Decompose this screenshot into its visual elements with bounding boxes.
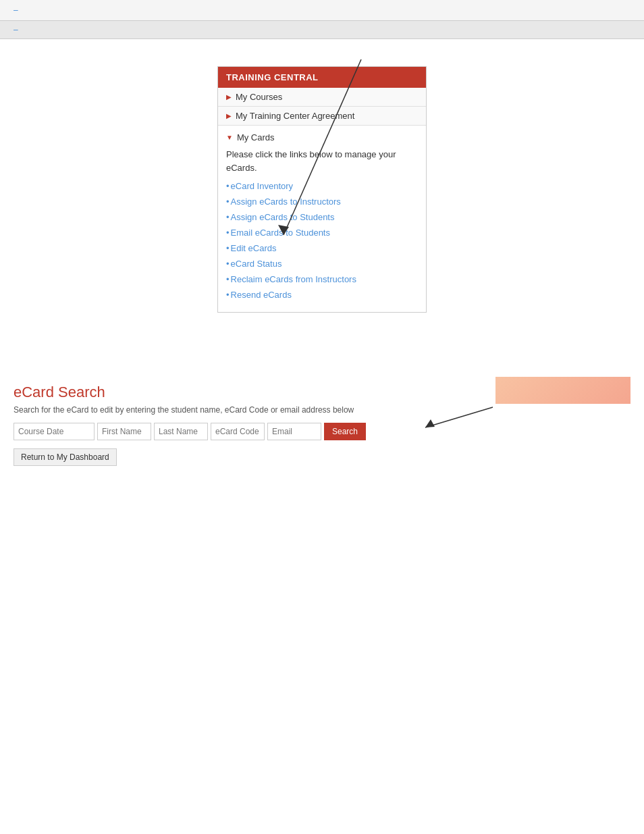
- my-cards-header[interactable]: ▼ My Cards: [226, 132, 418, 142]
- assign-ecards-students-link[interactable]: Assign eCards to Students: [226, 212, 418, 222]
- course-date-input[interactable]: [14, 423, 95, 440]
- my-training-center-agreement-link[interactable]: My Training Center Agreement: [236, 111, 354, 121]
- my-training-center-agreement-item[interactable]: ▶ My Training Center Agreement: [218, 107, 426, 126]
- header-strip: –: [0, 21, 644, 39]
- my-cards-description: Please click the links below to manage y…: [226, 148, 418, 174]
- return-dashboard-button[interactable]: Return to My Dashboard: [14, 448, 117, 466]
- resend-ecards-link[interactable]: Resend eCards: [226, 290, 418, 300]
- search-bar: Search: [14, 423, 630, 440]
- top-bar-link[interactable]: –: [14, 5, 18, 15]
- last-name-input[interactable]: [154, 423, 208, 440]
- ecard-code-input[interactable]: [211, 423, 265, 440]
- assign-ecards-instructors-link[interactable]: Assign eCards to Instructors: [226, 197, 418, 207]
- my-cards-arrow-icon: ▼: [226, 134, 233, 141]
- ecard-search-section: eCard Search Search for the eCard to edi…: [0, 384, 644, 466]
- my-courses-arrow-icon: ▶: [226, 93, 232, 101]
- main-content: TRAINING CENTRAL ▶ My Courses ▶ My Train…: [0, 39, 644, 363]
- email-ecards-students-link[interactable]: Email eCards to Students: [226, 228, 418, 238]
- training-center-arrow-icon: ▶: [226, 112, 232, 120]
- email-input[interactable]: [267, 423, 321, 440]
- my-courses-item[interactable]: ▶ My Courses: [218, 88, 426, 107]
- reclaim-ecards-link[interactable]: Reclaim eCards from Instructors: [226, 274, 418, 284]
- edit-ecards-link[interactable]: Edit eCards: [226, 243, 418, 253]
- widget-header: TRAINING CENTRAL: [218, 67, 426, 88]
- top-bar: –: [0, 0, 644, 21]
- my-cards-label: My Cards: [237, 132, 275, 142]
- my-cards-section: ▼ My Cards Please click the links below …: [218, 126, 426, 312]
- training-central-widget: TRAINING CENTRAL ▶ My Courses ▶ My Train…: [217, 66, 427, 313]
- header-strip-link[interactable]: –: [14, 25, 18, 34]
- ecard-inventory-link[interactable]: eCard Inventory: [226, 181, 418, 191]
- first-name-input[interactable]: [97, 423, 151, 440]
- ecard-search-description: Search for the eCard to edit by entering…: [14, 405, 630, 415]
- ecard-status-link[interactable]: eCard Status: [226, 259, 418, 269]
- highlight-box: [495, 377, 630, 404]
- my-courses-link[interactable]: My Courses: [236, 92, 282, 102]
- search-button[interactable]: Search: [324, 423, 366, 440]
